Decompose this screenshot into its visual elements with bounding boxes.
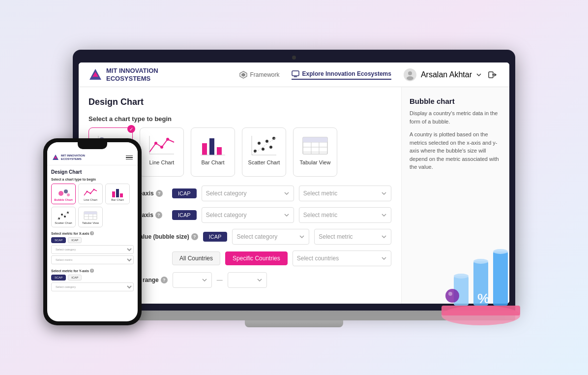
svg-point-55 xyxy=(64,216,66,218)
line-chart-label: Line Chart xyxy=(145,159,178,165)
phone-x-info-icon: ? xyxy=(90,231,94,235)
logout-button[interactable] xyxy=(486,68,500,82)
phone-outer: MIT INNOVATION ECOSYSTEMS Design Chart S… xyxy=(43,138,142,325)
value-category-select[interactable]: Select category xyxy=(232,229,309,245)
svg-point-27 xyxy=(258,142,261,145)
phone-y-icap-btn[interactable]: ICAP xyxy=(68,275,82,281)
svg-line-57 xyxy=(57,212,70,219)
value-metric-select[interactable]: Select metric xyxy=(314,229,391,245)
svg-point-17 xyxy=(154,142,157,145)
x-axis-metric-select[interactable]: Select metric xyxy=(299,186,391,201)
chevron-down-icon xyxy=(476,72,482,78)
phone-chart-bubble[interactable]: Bubble Chart xyxy=(51,184,76,204)
phone-logo-text: MIT INNOVATION ECOSYSTEMS xyxy=(61,154,85,161)
chart-type-tabular[interactable]: Tabular View xyxy=(293,127,337,177)
x-axis-icap-badge[interactable]: ICAP xyxy=(172,188,197,198)
y-axis-metric-select[interactable]: Select metric xyxy=(299,207,391,223)
line-chart-icon xyxy=(147,133,176,157)
logout-icon xyxy=(488,70,498,80)
y-axis-category-select[interactable]: Select category xyxy=(202,207,294,223)
logo-icon xyxy=(88,68,102,82)
svg-point-45 xyxy=(64,189,68,193)
nav-explore[interactable]: Explore Innovation Ecosystems xyxy=(292,70,391,80)
y-axis-icap-badge[interactable]: ICAP xyxy=(172,210,197,220)
bar-chart-label: Bar Chart xyxy=(196,159,230,165)
phone-section-label: Select a chart type to begin xyxy=(51,178,134,181)
svg-rect-41 xyxy=(303,137,327,142)
phone-chart-bar[interactable]: Bar Chart xyxy=(105,184,130,204)
nav-framework-label: Framework xyxy=(250,71,280,78)
laptop-container: MIT INNOVATION ECOSYSTEMS Framework Expl… xyxy=(73,50,515,335)
phone-y-info-icon: ? xyxy=(90,269,94,273)
header-user: Arsalan Akhtar xyxy=(403,68,500,82)
scatter-chart-label: Scatter Chart xyxy=(247,159,281,165)
user-name-label: Arsalan Akhtar xyxy=(421,70,472,79)
svg-point-26 xyxy=(254,150,257,153)
explore-icon xyxy=(292,70,299,78)
chart-type-bar[interactable]: Bar Chart xyxy=(191,127,235,177)
svg-marker-3 xyxy=(241,73,245,77)
nav-framework[interactable]: Framework xyxy=(239,71,280,79)
specific-countries-button[interactable]: Specific Countries xyxy=(225,251,288,265)
year-info-icon[interactable]: ? xyxy=(161,277,168,283)
svg-point-30 xyxy=(269,146,272,149)
svg-point-18 xyxy=(160,146,163,149)
phone-bar-icon xyxy=(110,187,125,197)
phone-chart-tabular[interactable]: Tabular View xyxy=(78,207,103,227)
tabular-view-icon xyxy=(300,133,330,157)
svg-rect-22 xyxy=(202,143,207,155)
value-info-icon[interactable]: ? xyxy=(191,233,198,240)
svg-point-49 xyxy=(93,189,95,190)
y-axis-info-icon[interactable]: ? xyxy=(155,212,162,219)
chart-type-scatter[interactable]: Scatter Chart xyxy=(242,127,286,177)
phone-x-category-select[interactable]: Select category xyxy=(51,245,134,254)
svg-point-69 xyxy=(454,274,469,279)
svg-rect-68 xyxy=(493,251,508,306)
bar-chart-icon xyxy=(198,133,228,157)
svg-point-28 xyxy=(262,148,265,151)
phone-y-category-select[interactable]: Select category xyxy=(51,282,134,291)
year-range-separator: — xyxy=(217,277,223,283)
svg-rect-23 xyxy=(209,138,214,155)
svg-point-29 xyxy=(265,140,268,143)
phone-chart-scatter[interactable]: Scatter Chart xyxy=(51,207,76,227)
side-panel-desc2: A country is plotted based on the metric… xyxy=(410,130,501,171)
x-axis-info-icon[interactable]: ? xyxy=(156,190,163,197)
logo-line2: ECOSYSTEMS xyxy=(106,75,158,83)
countries-select[interactable]: Select countries xyxy=(293,250,391,266)
side-panel-title: Bubble chart xyxy=(410,97,501,105)
chart-type-section-label: Select a chart type to begin xyxy=(88,115,391,123)
side-panel-desc1: Display a country's metric data in the f… xyxy=(410,109,501,125)
svg-point-8 xyxy=(407,76,413,80)
phone-y-toggle: SCAP ICAP xyxy=(51,275,134,281)
phone-menu-icon[interactable] xyxy=(126,156,133,160)
chart-type-line[interactable]: Line Chart xyxy=(140,127,184,177)
all-countries-button[interactable]: All Countries xyxy=(172,251,220,265)
tabular-view-label: Tabular View xyxy=(298,159,332,165)
phone-y-axis-label: Select metric for Y-axis ? xyxy=(51,269,134,273)
svg-point-7 xyxy=(408,71,412,75)
svg-rect-51 xyxy=(116,189,119,197)
phone-x-icap-btn[interactable]: ICAP xyxy=(68,237,82,243)
phone-container: MIT INNOVATION ECOSYSTEMS Design Chart S… xyxy=(43,138,142,325)
svg-point-72 xyxy=(445,289,459,303)
phone-x-scap-btn[interactable]: SCAP xyxy=(51,237,66,243)
svg-point-73 xyxy=(448,292,452,296)
svg-text:%: % xyxy=(477,291,490,306)
year-end-select[interactable] xyxy=(228,272,267,288)
value-icap-badge[interactable]: ICAP xyxy=(203,232,228,242)
header-nav: Framework Explore Innovation Ecosystems … xyxy=(239,68,500,82)
phone-chart-line[interactable]: Line Chart xyxy=(78,184,103,204)
x-axis-category-select[interactable]: Select category xyxy=(202,186,294,201)
svg-point-46 xyxy=(67,193,70,196)
svg-point-19 xyxy=(166,138,169,141)
phone-x-metric-select[interactable]: Select metric xyxy=(51,255,134,264)
svg-point-54 xyxy=(61,214,63,216)
phone-y-scap-btn[interactable]: SCAP xyxy=(51,275,66,281)
logo-text: MIT INNOVATION ECOSYSTEMS xyxy=(106,67,158,82)
selected-checkmark: ✓ xyxy=(127,125,135,133)
app-header: MIT INNOVATION ECOSYSTEMS Framework Expl… xyxy=(79,62,509,87)
svg-rect-4 xyxy=(292,71,299,76)
svg-point-47 xyxy=(87,191,88,192)
year-start-select[interactable] xyxy=(173,272,212,288)
